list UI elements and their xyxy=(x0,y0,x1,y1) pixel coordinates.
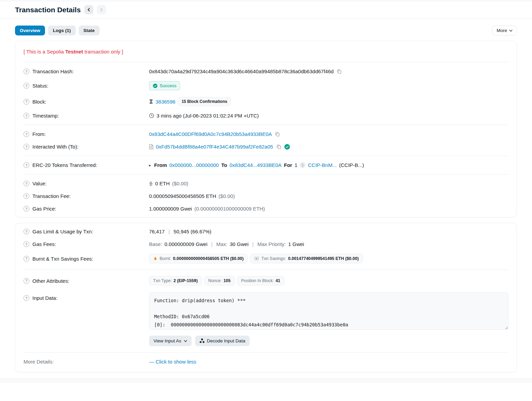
max-priority-fee-value: 1 Gwei xyxy=(288,241,304,247)
block-confirmations-badge: 15 Block Confirmations xyxy=(178,97,231,106)
divider xyxy=(24,62,508,62)
txn-type-label: Txn Type: xyxy=(153,278,172,283)
help-icon[interactable]: ? xyxy=(24,278,29,284)
overview-card: [ This is a Sepolia Testnet transaction … xyxy=(15,41,517,217)
more-button[interactable]: More xyxy=(492,26,517,35)
money-wings-icon xyxy=(254,257,259,261)
check-circle-icon xyxy=(153,83,158,88)
value-usd: ($0.00) xyxy=(172,181,189,186)
more-button-label: More xyxy=(497,28,507,33)
show-less-link[interactable]: — Click to show less xyxy=(149,359,196,365)
divider xyxy=(24,352,508,353)
help-icon[interactable]: ? xyxy=(24,295,29,301)
erc20-label: ERC-20 Tokens Transferred: xyxy=(32,162,97,168)
erc20-from-address-link[interactable]: 0x000000...00000000 xyxy=(169,162,219,168)
help-icon[interactable]: ? xyxy=(24,113,29,119)
verified-check-icon xyxy=(284,144,290,150)
expand-caret-icon[interactable]: ▸ xyxy=(149,163,151,168)
gas-price-eth: (0.000000001000000009 ETH) xyxy=(194,206,265,212)
txn-savings-badge: Txn Savings: 0.001477404999541495 ETH ($… xyxy=(250,254,363,263)
erc20-from-label: From xyxy=(154,162,167,168)
burnt-badge: Burnt: 0.000000000000458505 ETH ($0.00) xyxy=(149,254,248,263)
copy-icon xyxy=(337,69,342,74)
divider xyxy=(24,156,508,156)
help-icon[interactable]: ? xyxy=(24,68,29,74)
copy-hash-button[interactable] xyxy=(336,69,342,74)
to-address-link[interactable]: 0xFd57b4ddBf88a4e07fF4e34C487b99af2Fe82a… xyxy=(156,144,273,150)
separator: | xyxy=(211,241,212,247)
divider xyxy=(24,125,508,125)
block-number-link[interactable]: 3836596 xyxy=(156,99,175,105)
help-icon[interactable]: ? xyxy=(24,193,29,199)
erc20-token-link[interactable]: CCIP-BnM... xyxy=(308,162,337,168)
txn-savings-value: 0.001477404999541495 ETH ($0.00) xyxy=(288,256,359,261)
transaction-hash-label: Transaction Hash: xyxy=(32,68,74,74)
separator: | xyxy=(252,241,254,247)
erc20-token-symbol: (CCIP-B...) xyxy=(339,162,364,168)
copy-icon xyxy=(275,132,280,137)
block-label: Block: xyxy=(32,99,46,105)
help-icon[interactable]: ? xyxy=(24,83,29,89)
status-badge-text: Success xyxy=(160,83,176,88)
decode-input-data-button[interactable]: Decode Input Data xyxy=(195,336,250,346)
tab-state[interactable]: State xyxy=(79,26,100,35)
burnt-label: Burnt: xyxy=(160,256,171,261)
row-other-attributes: ? Other Attributes: Txn Type: 2 (EIP-155… xyxy=(24,273,508,289)
view-input-as-button[interactable]: View Input As xyxy=(149,336,192,346)
row-burnt-savings: ? Burnt & Txn Savings Fees: Burnt: 0.000… xyxy=(24,250,508,267)
from-address-link[interactable]: 0x83dC44a4C00DFf69d0A0c7c94B20b53a4933BE… xyxy=(149,131,272,137)
help-icon[interactable]: ? xyxy=(24,144,29,150)
position-value: 41 xyxy=(276,278,280,283)
help-icon[interactable]: ? xyxy=(24,256,29,262)
row-gas-limit: ? Gas Limit & Usage by Txn: 76,417 | 50,… xyxy=(24,225,508,238)
row-timestamp: ? Timestamp: 3 mins ago (Jul-06-2023 01:… xyxy=(24,109,508,122)
warning-suffix: transaction only ] xyxy=(83,49,123,55)
max-fee-value: 30 Gwei xyxy=(230,241,249,247)
help-icon[interactable]: ? xyxy=(24,131,29,137)
timestamp-label: Timestamp: xyxy=(32,113,59,119)
tab-overview[interactable]: Overview xyxy=(15,26,45,35)
txn-type-value: 2 (EIP-1559) xyxy=(174,278,198,283)
transaction-hash-value: 0x843dc70a4a29d79234c49a904c363d6c46640a… xyxy=(149,68,334,74)
details-card: ? Gas Limit & Usage by Txn: 76,417 | 50,… xyxy=(15,223,517,372)
erc20-to-address-link[interactable]: 0x83dC44...4933BE0A xyxy=(230,162,282,168)
input-data-textarea[interactable]: Function: drip(address token) *** Method… xyxy=(149,292,508,330)
gas-usage-value: 50,945 (66.67%) xyxy=(174,229,211,234)
max-priority-fee-label: Max Priority: xyxy=(257,241,286,247)
testnet-warning: [ This is a Sepolia Testnet transaction … xyxy=(24,43,508,59)
erc20-amount: 1 xyxy=(295,162,297,168)
previous-transaction-button[interactable] xyxy=(84,5,93,14)
help-icon[interactable]: ? xyxy=(24,162,29,168)
chevron-left-icon xyxy=(87,8,91,12)
txn-savings-label: Txn Savings: xyxy=(261,256,286,261)
help-icon[interactable]: ? xyxy=(24,206,29,212)
cubes-icon xyxy=(200,338,205,343)
clock-icon xyxy=(149,113,154,118)
help-icon[interactable]: ? xyxy=(24,99,29,105)
next-transaction-button[interactable] xyxy=(97,5,106,14)
warning-prefix: [ This is a Sepolia xyxy=(24,49,65,55)
status-badge: Success xyxy=(149,81,180,90)
row-status: ? Status: Success xyxy=(24,78,508,94)
chevron-down-icon xyxy=(184,339,187,343)
copy-from-address-button[interactable] xyxy=(274,132,281,137)
row-erc20-transfers: ? ERC-20 Tokens Transferred: ▸ From 0x00… xyxy=(24,159,508,171)
burnt-value: 0.000000000000458505 ETH ($0.00) xyxy=(173,256,243,261)
erc20-for-label: For xyxy=(284,162,292,168)
eth-icon xyxy=(149,181,153,186)
nonce-badge: Nonce: 105 xyxy=(204,276,235,286)
tab-logs[interactable]: Logs (1) xyxy=(48,26,76,35)
help-icon[interactable]: ? xyxy=(24,181,29,186)
help-icon[interactable]: ? xyxy=(24,241,29,247)
max-fee-label: Max: xyxy=(216,241,227,247)
copy-to-address-button[interactable] xyxy=(276,144,282,149)
tabs: Overview Logs (1) State xyxy=(15,26,100,35)
interacted-with-label: Interacted With (To): xyxy=(32,144,78,150)
chevron-right-icon xyxy=(100,8,103,12)
nonce-label: Nonce: xyxy=(208,278,222,283)
transaction-fee-label: Transaction Fee: xyxy=(32,193,71,199)
warning-bold: Testnet xyxy=(65,49,83,55)
help-icon[interactable]: ? xyxy=(24,229,29,234)
page-title: Transaction Details xyxy=(15,6,81,14)
chevron-down-icon xyxy=(509,29,513,32)
